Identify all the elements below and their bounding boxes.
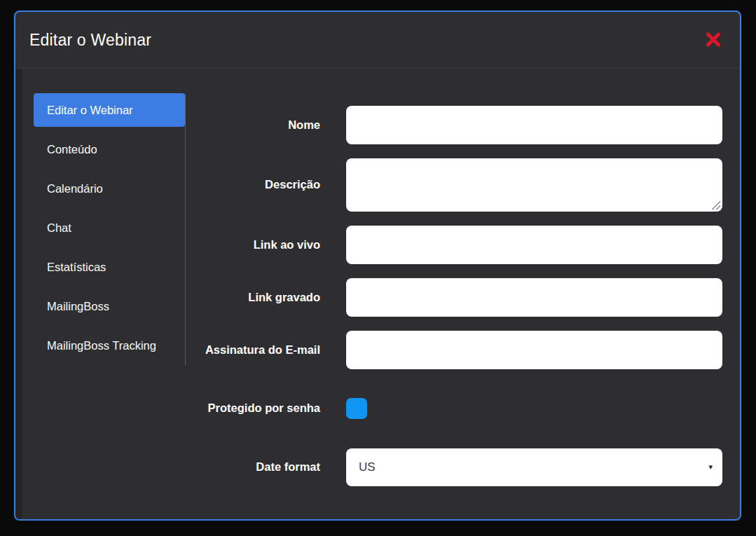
link-ao-vivo-label: Link ao vivo [194,236,320,254]
link-gravado-input[interactable] [346,278,722,317]
date-format-label: Date format [194,458,320,476]
sidebar-item-editar-o-webinar[interactable]: Editar o Webinar [34,93,185,127]
close-icon[interactable] [703,30,723,50]
modal-header: Editar o Webinar [15,12,740,69]
form-row-date-format: Date format US ▾ [194,448,722,486]
link-gravado-label: Link gravado [194,289,320,307]
password-protected-checkbox[interactable] [346,398,367,419]
chevron-down-icon: ▾ [708,463,713,471]
form-row-assinatura-email: Assinatura do E-mail [194,331,722,369]
edit-webinar-form: Nome Descrição Link ao vivo Link [186,69,740,519]
date-format-selected-value: US [359,460,708,474]
form-row-link-gravado: Link gravado [194,278,722,317]
sidebar-item-chat[interactable]: Chat [34,208,185,247]
sidebar-item-estatisticas[interactable]: Estatísticas [34,247,185,287]
protegido-senha-label: Protegido por senha [194,399,320,418]
form-row-link-ao-vivo: Link ao vivo [194,226,722,264]
descricao-label: Descrição [194,176,320,194]
sidebar-item-calendario[interactable]: Calendário [34,169,185,208]
nome-label: Nome [194,116,320,135]
form-row-nome: Nome [194,106,722,144]
assinatura-email-input[interactable] [346,331,722,369]
form-row-descricao: Descrição [194,158,722,212]
assinatura-email-label: Assinatura do E-mail [194,341,320,359]
sidebar-tabs: Editar o Webinar Conteúdo Calendário Cha… [34,93,186,365]
sidebar-item-mailingboss[interactable]: MailingBoss [34,287,185,326]
form-row-protegido-senha: Protegido por senha [194,383,722,434]
sidebar: Editar o Webinar Conteúdo Calendário Cha… [22,69,186,519]
sidebar-item-conteudo[interactable]: Conteúdo [34,130,185,169]
descricao-textarea[interactable] [346,158,722,212]
date-format-select[interactable]: US ▾ [346,448,722,486]
link-ao-vivo-input[interactable] [346,226,722,264]
modal-title: Editar o Webinar [29,31,151,50]
sidebar-item-mailingboss-tracking[interactable]: MailingBoss Tracking [34,326,185,365]
modal-body: Editar o Webinar Conteúdo Calendário Cha… [15,69,740,519]
edit-webinar-modal: Editar o Webinar Editar o Webinar Conteú… [14,11,741,521]
nome-input[interactable] [346,106,722,144]
